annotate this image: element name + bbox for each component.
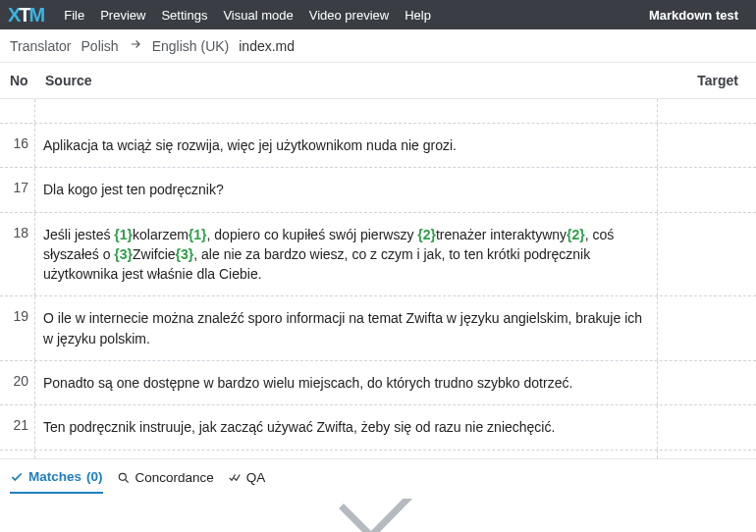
col-header-no: No: [10, 73, 45, 88]
menu-video-preview[interactable]: Video preview: [301, 8, 397, 23]
segment-target[interactable]: [658, 361, 756, 404]
segment-target[interactable]: [658, 99, 756, 123]
context-bar: Translator Polish English (UK) index.md: [0, 29, 756, 63]
segment-source[interactable]: Ten podręcznik instruuje, jak zacząć uży…: [35, 405, 658, 449]
segment-row: 20Ponadto są one dostępne w bardzo wielu…: [0, 361, 756, 405]
arrow-right-icon: [129, 37, 142, 54]
segment-number: 16: [0, 124, 35, 167]
inline-tag[interactable]: {2}: [417, 227, 436, 242]
inline-tag[interactable]: {2}: [567, 227, 585, 242]
segment-row: 18Jeśli jesteś {1}kolarzem{1}, dopiero c…: [0, 213, 756, 297]
large-check-icon: [334, 499, 422, 532]
target-language[interactable]: English (UK): [152, 38, 230, 54]
segment-source[interactable]: Dla kogo jest ten podręcznik?: [35, 168, 658, 211]
segment-number: 21: [0, 405, 35, 449]
segment-source[interactable]: Ponadto są one dostępne w bardzo wielu m…: [35, 361, 658, 404]
segment-target[interactable]: [658, 168, 756, 211]
inline-tag[interactable]: {1}: [189, 227, 207, 242]
source-language[interactable]: Polish: [81, 38, 119, 54]
col-header-source: Source: [45, 73, 648, 88]
segment-source[interactable]: Aplikacja ta wciąż się rozwija, więc jej…: [35, 124, 658, 167]
segment-source[interactable]: Zawiera solidną dawkę wiedzy w pigułce i…: [35, 451, 658, 458]
segment-target[interactable]: [658, 451, 756, 458]
menu-help[interactable]: Help: [397, 8, 439, 23]
inline-tag[interactable]: {3}: [114, 246, 133, 262]
segment-number: 18: [0, 213, 35, 296]
file-name[interactable]: index.md: [239, 38, 295, 54]
column-header: No Source Target: [0, 63, 756, 99]
tab-qa[interactable]: QA: [228, 470, 266, 493]
segment-number: 20: [0, 361, 35, 404]
segment-target[interactable]: [658, 405, 756, 449]
role-label: Translator: [10, 38, 72, 54]
tab-concordance[interactable]: Concordance: [117, 470, 214, 493]
segment-number: 19: [0, 296, 35, 360]
bottom-tabs: Matches (0) Concordance QA: [0, 458, 756, 494]
tab-concordance-label: Concordance: [135, 470, 214, 485]
segment-source[interactable]: Jeśli jesteś {1}kolarzem{1}, dopiero co …: [35, 213, 658, 296]
segment-source[interactable]: [35, 99, 658, 123]
tab-matches-count: (0): [86, 469, 103, 484]
tab-matches[interactable]: Matches (0): [10, 469, 103, 494]
segment-target[interactable]: [658, 124, 756, 167]
segment-row: 22Zawiera solidną dawkę wiedzy w pigułce…: [0, 451, 756, 458]
segment-number: [0, 99, 35, 123]
app-logo: XTM: [8, 4, 44, 27]
menu-preview[interactable]: Preview: [92, 8, 153, 23]
segment-target[interactable]: [658, 296, 756, 360]
segment-row: 17Dla kogo jest ten podręcznik?: [0, 168, 756, 212]
project-name: Markdown test: [649, 8, 748, 23]
inline-tag[interactable]: {1}: [114, 227, 133, 242]
menubar: XTM File Preview Settings Visual mode Vi…: [0, 0, 756, 29]
segment-target[interactable]: [658, 213, 756, 296]
segment-number: 17: [0, 168, 35, 211]
menu-file[interactable]: File: [56, 8, 92, 23]
tab-qa-label: QA: [246, 470, 266, 485]
segment-row: 19O ile w internecie można znaleźć sporo…: [0, 296, 756, 361]
segment-list: 16Aplikacja ta wciąż się rozwija, więc j…: [0, 99, 756, 458]
menu-settings[interactable]: Settings: [153, 8, 215, 23]
tab-matches-label: Matches: [28, 469, 81, 484]
menu-visual-mode[interactable]: Visual mode: [215, 8, 300, 23]
svg-point-0: [119, 473, 126, 480]
inline-tag[interactable]: {3}: [176, 246, 194, 262]
segment-row: 16Aplikacja ta wciąż się rozwija, więc j…: [0, 124, 756, 168]
col-header-target: Target: [648, 73, 746, 88]
segment-number: 22: [0, 451, 35, 458]
segment-row: 21Ten podręcznik instruuje, jak zacząć u…: [0, 405, 756, 450]
segment-source[interactable]: O ile w internecie można znaleźć sporo i…: [35, 296, 658, 360]
